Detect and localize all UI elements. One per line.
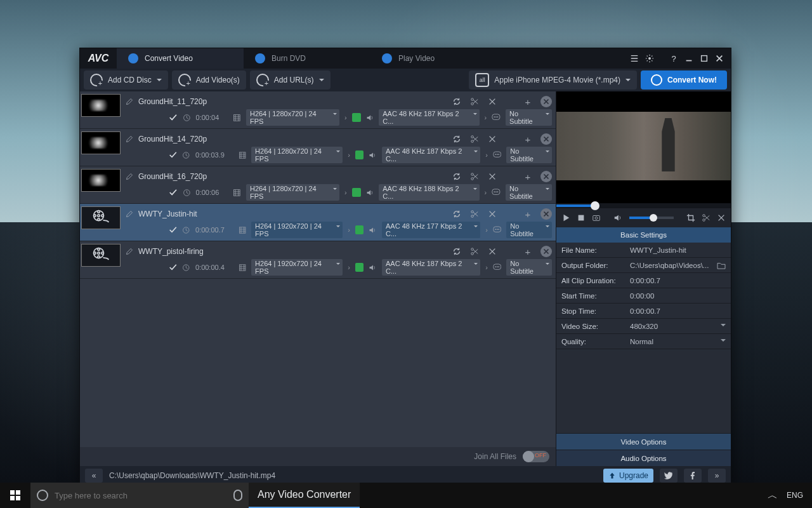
join-files-bar: Join All Files OFF: [80, 447, 556, 466]
effects-icon[interactable]: [487, 171, 497, 182]
add-urls-button[interactable]: Add URL(s): [250, 70, 331, 90]
preview-player[interactable]: [556, 91, 731, 203]
edit-icon[interactable]: [126, 210, 133, 218]
snapshot-button[interactable]: [592, 213, 601, 223]
codec-dropdown[interactable]: H264 | 1920x720 | 24 FPS: [251, 259, 343, 276]
list-item[interactable]: GroundHit_16_720p + 0:00:06 H264 | 1280x…: [80, 166, 556, 204]
list-item[interactable]: WWTY_Justin-hit + 0:00:00.7 H264 | 1920x…: [80, 204, 556, 241]
menu-icon[interactable]: [628, 52, 641, 65]
subtitle-dropdown[interactable]: No Subtitle: [506, 109, 552, 126]
add-icon[interactable]: +: [523, 209, 533, 219]
subtitle-dropdown[interactable]: No Subtitle: [506, 147, 552, 163]
language-indicator[interactable]: ENG: [787, 491, 803, 500]
collapse-left-button[interactable]: «: [85, 469, 103, 483]
check-icon[interactable]: [169, 113, 178, 122]
list-item[interactable]: GroundHit_11_720p + 0:00:04 H264 | 1280x…: [80, 91, 556, 129]
volume-icon[interactable]: [613, 213, 622, 223]
codec-dropdown[interactable]: H264 | 1280x720 | 24 FPS: [246, 109, 339, 126]
upgrade-button[interactable]: Upgrade: [603, 469, 653, 483]
scissors-icon[interactable]: [469, 246, 480, 257]
refresh-icon[interactable]: [452, 97, 462, 107]
audio-dropdown[interactable]: AAC 48 KHz 177 Kbps 2 C...: [382, 222, 480, 238]
minimize-button[interactable]: [683, 52, 695, 65]
refresh-icon[interactable]: [452, 209, 462, 219]
setting-output-folder[interactable]: Output Folder: C:\Users\qbap\Videos\...: [556, 258, 731, 273]
tab-burn-dvd[interactable]: Burn DVD: [244, 48, 370, 69]
settings-icon[interactable]: [643, 52, 656, 65]
taskbar-search[interactable]: [30, 483, 249, 508]
audio-dropdown[interactable]: AAC 48 KHz 187 Kbps 2 C...: [379, 109, 479, 126]
tab-play-video[interactable]: Play Video: [370, 48, 497, 69]
twitter-icon[interactable]: [660, 469, 678, 483]
search-input[interactable]: [55, 491, 227, 500]
audio-options-button[interactable]: Audio Options: [556, 450, 731, 466]
output-profile-dropdown[interactable]: all Apple iPhone MPEG-4 Movie (*.mp4): [469, 70, 637, 90]
facebook-icon[interactable]: [684, 469, 702, 483]
help-icon[interactable]: ?: [667, 52, 680, 65]
effects-icon[interactable]: [487, 246, 497, 257]
volume-slider[interactable]: [629, 217, 674, 219]
tray-chevron-icon[interactable]: ︿: [768, 489, 778, 502]
edit-icon[interactable]: [126, 98, 133, 105]
edit-icon[interactable]: [126, 248, 133, 255]
close-button[interactable]: [713, 52, 726, 65]
edit-icon[interactable]: [126, 135, 133, 143]
seek-bar[interactable]: [556, 203, 731, 208]
add-icon[interactable]: +: [523, 97, 533, 107]
audio-dropdown[interactable]: AAC 48 KHz 188 Kbps 2 C...: [379, 184, 479, 201]
stop-button[interactable]: [577, 213, 586, 223]
edit-icon[interactable]: [126, 173, 133, 180]
convert-now-button[interactable]: Convert Now!: [641, 70, 727, 90]
audio-dropdown[interactable]: AAC 48 KHz 187 Kbps 2 C...: [382, 259, 480, 276]
remove-icon[interactable]: [540, 96, 552, 107]
refresh-icon[interactable]: [452, 246, 462, 257]
expand-right-button[interactable]: »: [708, 469, 726, 483]
audio-dropdown[interactable]: AAC 48 KHz 187 Kbps 2 C...: [382, 147, 480, 163]
mic-icon[interactable]: [233, 490, 242, 501]
effects-icon[interactable]: [487, 97, 497, 107]
scissors-icon[interactable]: [702, 213, 710, 223]
check-icon[interactable]: [169, 150, 177, 159]
check-icon[interactable]: [169, 188, 178, 197]
check-icon[interactable]: [169, 263, 177, 272]
remove-icon[interactable]: [540, 171, 552, 182]
effects-icon[interactable]: [717, 213, 726, 223]
add-icon[interactable]: +: [523, 134, 533, 144]
setting-video-size[interactable]: Video Size: 480x320: [556, 319, 731, 334]
tab-convert-video[interactable]: Convert Video: [117, 48, 244, 69]
remove-icon[interactable]: [540, 246, 552, 257]
effects-icon[interactable]: [487, 134, 497, 144]
codec-dropdown[interactable]: H264 | 1280x720 | 24 FPS: [251, 147, 343, 163]
subtitle-dropdown[interactable]: No Subtitle: [506, 222, 552, 238]
scissors-icon[interactable]: [469, 209, 480, 219]
refresh-icon[interactable]: [452, 134, 462, 144]
scissors-icon[interactable]: [469, 134, 480, 144]
scissors-icon[interactable]: [469, 171, 480, 182]
crop-icon[interactable]: [686, 213, 695, 223]
start-button[interactable]: [0, 483, 30, 508]
play-button[interactable]: [561, 213, 570, 223]
setting-stop-time[interactable]: Stop Time: 0:00:00.7: [556, 304, 731, 319]
scissors-icon[interactable]: [469, 97, 480, 107]
list-item[interactable]: GroundHit_14_720p + 0:00:03.9 H264 | 128…: [80, 129, 556, 166]
add-icon[interactable]: +: [523, 246, 533, 257]
codec-dropdown[interactable]: H264 | 1920x720 | 24 FPS: [251, 222, 343, 238]
remove-icon[interactable]: [540, 208, 552, 220]
subtitle-dropdown[interactable]: No Subtitle: [506, 184, 552, 201]
add-videos-button[interactable]: Add Video(s): [172, 70, 246, 90]
video-options-button[interactable]: Video Options: [556, 433, 731, 450]
codec-dropdown[interactable]: H264 | 1280x720 | 24 FPS: [246, 184, 339, 201]
effects-icon[interactable]: [487, 209, 497, 219]
setting-quality[interactable]: Quality: Normal: [556, 334, 731, 349]
remove-icon[interactable]: [540, 133, 552, 145]
join-toggle[interactable]: OFF: [523, 451, 549, 462]
taskbar-app[interactable]: Any Video Converter: [249, 483, 360, 508]
refresh-icon[interactable]: [452, 171, 462, 182]
subtitle-dropdown[interactable]: No Subtitle: [506, 259, 552, 276]
list-item[interactable]: WWTY_pistol-firing + 0:00:00.4 H264 | 19…: [80, 241, 556, 279]
setting-start-time[interactable]: Start Time: 0:00:00: [556, 288, 731, 304]
maximize-button[interactable]: [698, 52, 710, 65]
add-icon[interactable]: +: [523, 171, 533, 182]
add-cd-button[interactable]: Add CD Disc: [84, 70, 168, 90]
check-icon[interactable]: [169, 225, 177, 234]
